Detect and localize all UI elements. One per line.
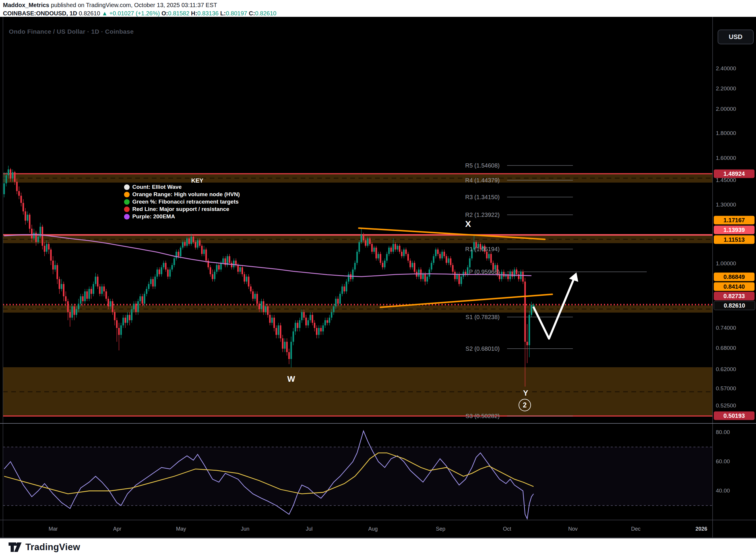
candle-body xyxy=(397,246,398,250)
high-value: 0.83136 xyxy=(197,10,219,17)
candle-body xyxy=(412,263,413,267)
candle-body xyxy=(124,318,126,322)
price-badge: 1.17167 xyxy=(714,216,755,225)
chart-canvas[interactable]: Ondo Finance / US Dollar · 1D · Coinbase… xyxy=(0,17,756,538)
key-legend-title: KEY xyxy=(191,177,203,184)
legend-item-label: Orange Range: High volume node (HVN) xyxy=(132,191,240,198)
candle-body xyxy=(465,272,466,274)
candle-body xyxy=(337,299,339,304)
candles[interactable] xyxy=(3,166,534,387)
candle-body xyxy=(69,312,71,318)
candle-body xyxy=(357,252,358,263)
candle-body xyxy=(252,291,254,299)
candle-body xyxy=(54,265,56,269)
candle-body xyxy=(242,267,243,274)
candle-body xyxy=(467,267,468,274)
candle-body xyxy=(78,304,79,309)
candle-body xyxy=(350,274,351,279)
candle-body xyxy=(20,196,22,203)
price-axis-tick: 2.20000 xyxy=(716,85,736,92)
candle-body xyxy=(399,246,400,252)
candle-body xyxy=(414,263,415,272)
key-legend-item: Green %: Fibonacci retracement targets xyxy=(124,199,238,205)
candle-body xyxy=(352,269,353,279)
price-axis-tick: 0.57000 xyxy=(716,385,736,392)
candle-body xyxy=(144,294,145,304)
candle-body xyxy=(67,301,69,312)
legend-item-label: Green %: Fibonacci retracement targets xyxy=(132,199,238,205)
candle-body xyxy=(152,279,154,287)
candle-body xyxy=(403,249,405,256)
candle-body xyxy=(42,227,43,246)
candle-body xyxy=(186,239,188,246)
candle-body xyxy=(101,287,103,294)
candle-body xyxy=(250,287,252,292)
candle-body xyxy=(305,318,307,325)
candle-body xyxy=(169,269,171,276)
currency-usd-button[interactable]: USD xyxy=(718,29,754,44)
candle-body xyxy=(335,299,337,306)
candle-body xyxy=(273,318,275,328)
candle-body xyxy=(348,274,349,282)
candle-body xyxy=(280,325,281,338)
candle-body xyxy=(378,254,379,259)
price-axis-tick: 40.00 xyxy=(716,488,730,494)
candle-body xyxy=(380,254,381,263)
candle-body xyxy=(233,261,234,267)
candle-body xyxy=(63,284,64,296)
candle-body xyxy=(454,272,456,279)
publish-info: published on TradingView.com, October 13… xyxy=(49,2,217,8)
candle-body xyxy=(407,254,409,261)
candle-body xyxy=(71,306,73,318)
candle-body xyxy=(322,325,324,331)
candle-body xyxy=(425,274,426,282)
price-badge: 0.86849 xyxy=(714,273,755,281)
candle-body xyxy=(394,244,396,250)
candle-body xyxy=(422,274,424,279)
candle-body xyxy=(14,172,15,182)
candle-body xyxy=(48,244,50,250)
legend-dot-icon xyxy=(124,199,130,205)
candle-body xyxy=(199,240,201,246)
candle-body xyxy=(194,242,196,248)
candle-body xyxy=(205,249,207,261)
candle-body xyxy=(203,249,205,254)
candle-body xyxy=(371,244,373,252)
candle-body xyxy=(95,276,96,284)
candle-body xyxy=(212,274,213,279)
candle-body xyxy=(201,246,203,254)
candle-body xyxy=(73,306,75,315)
elliott-wave-2-circle: 2 xyxy=(519,399,531,411)
candle-body xyxy=(176,252,177,259)
timeframe[interactable]: 1D xyxy=(70,10,77,17)
candle-body xyxy=(329,318,330,322)
candle-body xyxy=(405,249,407,254)
candle-body xyxy=(452,265,454,272)
candle-body xyxy=(18,191,20,196)
price-axis-tick: 1.00000 xyxy=(716,260,736,267)
candle-body xyxy=(269,315,271,323)
candle-body xyxy=(410,261,411,267)
symbol-name[interactable]: COINBASE:ONDOUSD, xyxy=(3,10,68,17)
candle-body xyxy=(116,320,117,328)
candle-body xyxy=(163,263,164,267)
candle-body xyxy=(375,248,377,259)
candle-body xyxy=(8,169,9,175)
candle-body xyxy=(501,272,502,279)
candle-body xyxy=(182,242,183,248)
candle-body xyxy=(346,282,347,291)
candle-body xyxy=(22,203,24,211)
candle-body xyxy=(112,301,113,312)
candle-body xyxy=(299,320,300,328)
close-value: 0.82610 xyxy=(255,10,276,17)
candle-body xyxy=(127,315,128,323)
tradingview-logo-icon xyxy=(8,542,22,552)
chart-title-watermark: Ondo Finance / US Dollar · 1D · Coinbase xyxy=(9,28,134,35)
candle-body xyxy=(310,315,311,320)
price-axis-tick: 80.00 xyxy=(716,429,730,435)
hvn-bands xyxy=(3,174,713,416)
tradingview-logo[interactable]: TradingView xyxy=(8,542,80,553)
candle-body xyxy=(256,294,258,304)
candle-body xyxy=(82,296,84,301)
candle-body xyxy=(114,312,115,320)
